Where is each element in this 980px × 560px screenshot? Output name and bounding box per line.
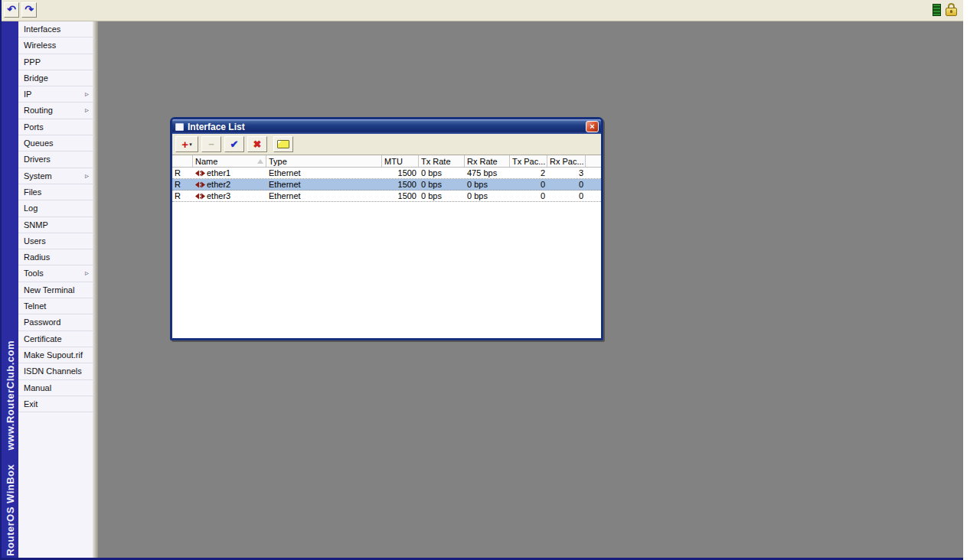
rx-rate-value: 475 bps: [465, 168, 510, 178]
sidebar-item-ports[interactable]: Ports: [18, 119, 93, 135]
column-header-flag[interactable]: [172, 155, 193, 167]
sidebar-item-label: Tools: [24, 269, 44, 278]
add-interface-button[interactable]: + ▾: [175, 136, 198, 152]
sidebar-item-label: Drivers: [24, 155, 51, 164]
secure-session-padlock-icon: [946, 3, 957, 17]
ethernet-interface-icon: [195, 193, 205, 200]
interface-type: Ethernet: [266, 168, 382, 178]
sidebar-item-files[interactable]: Files: [18, 184, 93, 200]
table-row-ether1[interactable]: R ether1 Ethernet 1500 0 bps 475 bps 2 3: [172, 168, 601, 179]
plus-icon: +: [181, 139, 188, 150]
table-row-ether3[interactable]: R ether3 Ethernet 1500 0 bps 0 bps 0 0: [172, 190, 601, 202]
sidebar-item-label: Wireless: [24, 41, 56, 50]
interface-table: Name Type MTU Tx Rate Rx Rate Tx Pac... …: [172, 155, 601, 338]
table-header-row: Name Type MTU Tx Rate Rx Rate Tx Pac... …: [172, 155, 601, 168]
undo-button[interactable]: ↶: [4, 2, 19, 18]
sidebar-item-system[interactable]: System▹: [18, 168, 93, 184]
sidebar-item-ppp[interactable]: PPP: [18, 54, 93, 70]
sidebar-item-telnet[interactable]: Telnet: [18, 298, 93, 314]
sidebar-item-tools[interactable]: Tools▹: [18, 265, 93, 282]
sidebar-item-label: Telnet: [24, 301, 46, 311]
sidebar-item-manual[interactable]: Manual: [18, 380, 93, 396]
row-filler: [586, 190, 601, 201]
tx-packet-value: 0: [510, 179, 547, 190]
brand-strip: RouterOS WinBox www.RouterClub.com: [2, 21, 18, 558]
sidebar-item-new-terminal[interactable]: New Terminal: [18, 282, 93, 298]
sidebar-item-label: Exit: [24, 399, 38, 409]
sidebar-item-ip[interactable]: IP▹: [18, 86, 93, 103]
connection-quality-icon: [933, 4, 941, 16]
sidebar-item-label: Radius: [24, 252, 50, 262]
sidebar-item-label: Users: [24, 236, 46, 246]
sidebar-item-queues[interactable]: Queues: [18, 135, 93, 151]
name-cell: ether3: [193, 190, 266, 201]
brand-text: RouterOS WinBox www.RouterClub.com: [5, 340, 16, 558]
sidebar-item-label: Ports: [24, 122, 44, 132]
sidebar-item-snmp[interactable]: SNMP: [18, 217, 93, 233]
redo-button[interactable]: ↷: [21, 2, 37, 18]
interface-list-window: Interface List × + ▾ − ✔ ✖: [170, 117, 603, 340]
window-icon: [175, 123, 184, 131]
column-header-rx-rate[interactable]: Rx Rate: [465, 155, 510, 167]
sidebar-item-make-supout[interactable]: Make Supout.rif: [18, 347, 93, 363]
sidebar-item-wireless[interactable]: Wireless: [18, 37, 93, 54]
submenu-arrow-icon: ▹: [85, 265, 89, 281]
row-filler: [586, 168, 601, 178]
minus-icon: −: [208, 138, 214, 150]
comment-button[interactable]: [273, 136, 293, 152]
top-toolbar: ↶ ↷: [2, 0, 963, 21]
rx-rate-value: 0 bps: [465, 179, 510, 190]
interface-type: Ethernet: [266, 179, 382, 190]
sidebar-item-label: Log: [24, 203, 38, 213]
running-flag: R: [172, 179, 193, 190]
sidebar-item-log[interactable]: Log: [18, 200, 93, 217]
sidebar-item-radius[interactable]: Radius: [18, 249, 93, 265]
winbox-main-window: ↶ ↷ RouterOS WinBox www.RouterClub.com I…: [0, 0, 963, 560]
sidebar-item-password[interactable]: Password: [18, 314, 93, 330]
sidebar-item-users[interactable]: Users: [18, 233, 93, 249]
ethernet-interface-icon: [195, 170, 205, 177]
sidebar-item-exit[interactable]: Exit: [18, 396, 93, 412]
sidebar-item-interfaces[interactable]: Interfaces: [18, 21, 93, 37]
interface-name: ether2: [207, 179, 230, 190]
name-cell: ether2: [193, 179, 266, 190]
tx-rate-value: 0 bps: [419, 179, 465, 190]
disable-interface-button[interactable]: ✖: [247, 136, 267, 152]
sidebar-item-label: Routing: [24, 106, 53, 115]
column-header-tx-packet[interactable]: Tx Pac...: [510, 155, 547, 167]
sidebar-item-bridge[interactable]: Bridge: [18, 70, 93, 86]
sidebar-item-drivers[interactable]: Drivers: [18, 151, 93, 168]
column-header-rx-packet[interactable]: Rx Pac...: [547, 155, 586, 167]
table-row-ether2[interactable]: R ether2 Ethernet 1500 0 bps 0 bps 0 0: [172, 179, 601, 190]
column-header-mtu[interactable]: MTU: [382, 155, 419, 167]
running-flag: R: [172, 190, 193, 201]
enable-interface-button[interactable]: ✔: [224, 136, 244, 152]
sidebar-item-routing[interactable]: Routing▹: [18, 103, 93, 119]
sidebar-item-label: System: [24, 171, 52, 181]
rx-packet-value: 3: [547, 168, 586, 178]
interface-name: ether1: [207, 168, 230, 178]
tx-packet-value: 2: [510, 168, 547, 178]
rx-packet-value: 0: [547, 179, 586, 190]
close-button[interactable]: ×: [586, 121, 599, 132]
rx-packet-value: 0: [547, 190, 586, 201]
column-header-type[interactable]: Type: [266, 155, 382, 167]
mtu-value: 1500: [382, 168, 419, 178]
submenu-arrow-icon: ▹: [85, 168, 89, 184]
yellow-note-icon: [277, 140, 289, 148]
column-header-name[interactable]: Name: [193, 155, 266, 167]
menu-edge-divider: [93, 21, 98, 558]
sidebar-item-isdn-channels[interactable]: ISDN Channels: [18, 363, 93, 379]
sidebar-item-label: Bridge: [24, 73, 48, 83]
mtu-value: 1500: [382, 190, 419, 201]
chevron-down-icon: ▾: [189, 142, 192, 148]
name-cell: ether1: [193, 168, 266, 178]
tx-rate-value: 0 bps: [419, 190, 465, 201]
sidebar-item-certificate[interactable]: Certificate: [18, 331, 93, 347]
submenu-arrow-icon: ▹: [85, 103, 89, 118]
sidebar-item-label: Manual: [24, 383, 51, 392]
remove-interface-button[interactable]: −: [201, 136, 221, 152]
window-titlebar[interactable]: Interface List ×: [172, 119, 601, 134]
ethernet-interface-icon: [195, 181, 205, 188]
column-header-tx-rate[interactable]: Tx Rate: [419, 155, 465, 167]
